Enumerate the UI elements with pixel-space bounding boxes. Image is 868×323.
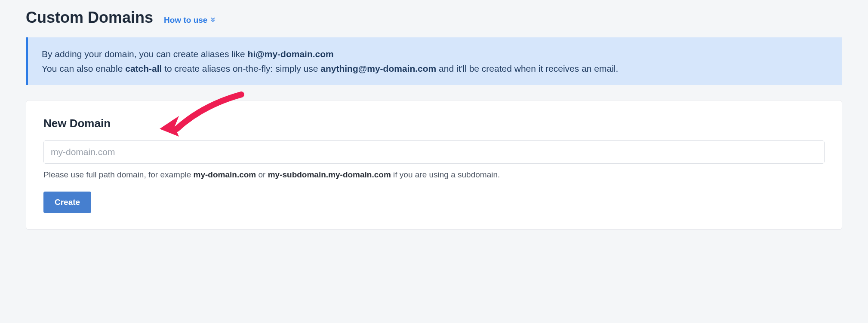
page-header: Custom Domains How to use — [26, 9, 842, 27]
info-text: and it'll be created when it receives an… — [436, 64, 618, 73]
helper-segment: Please use full path domain, for example — [43, 170, 194, 179]
info-text: By adding your domain, you can create al… — [42, 49, 248, 59]
how-to-use-link[interactable]: How to use — [164, 15, 216, 25]
new-domain-card: New Domain Please use full path domain, … — [26, 100, 842, 230]
chevron-down-double-icon — [210, 15, 216, 25]
helper-bold: my-domain.com — [194, 170, 256, 179]
arrow-annotation-icon — [155, 90, 250, 142]
info-bold: hi@my-domain.com — [248, 49, 334, 59]
page-title: Custom Domains — [26, 9, 153, 27]
helper-bold: my-subdomain.my-domain.com — [268, 170, 391, 179]
info-text: to create aliases on-the-fly: simply use — [162, 64, 320, 73]
helper-segment: if you are using a subdomain. — [391, 170, 500, 179]
info-line-1: By adding your domain, you can create al… — [42, 47, 828, 61]
create-button[interactable]: Create — [43, 192, 91, 213]
helper-segment: or — [256, 170, 268, 179]
helper-text: Please use full path domain, for example… — [43, 169, 825, 181]
info-text: You can also enable — [42, 64, 125, 73]
how-to-use-label: How to use — [164, 15, 207, 25]
info-line-2: You can also enable catch-all to create … — [42, 61, 828, 76]
info-callout: By adding your domain, you can create al… — [26, 37, 842, 85]
domain-input[interactable] — [43, 140, 825, 164]
card-title: New Domain — [43, 117, 825, 130]
info-bold: anything@my-domain.com — [320, 64, 436, 73]
info-bold: catch-all — [125, 64, 162, 73]
